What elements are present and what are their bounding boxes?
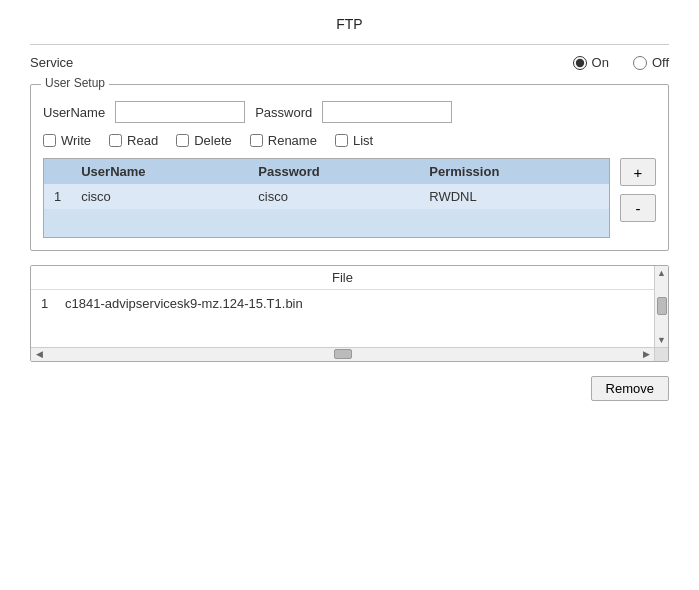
- file-vscroll[interactable]: ▲ ▼: [654, 266, 668, 347]
- password-input[interactable]: [322, 101, 452, 123]
- table-row-empty: [44, 209, 610, 237]
- username-label: UserName: [43, 105, 105, 120]
- file-header: File: [31, 266, 654, 290]
- service-on-option[interactable]: On: [573, 55, 609, 70]
- username-input[interactable]: [115, 101, 245, 123]
- bottom-row: Remove: [30, 376, 669, 401]
- scrollbar-corner: [654, 348, 668, 361]
- table-header-row: UserName Password Permission: [44, 159, 610, 185]
- rename-checkbox-option[interactable]: Rename: [250, 133, 317, 148]
- write-checkbox-option[interactable]: Write: [43, 133, 91, 148]
- service-off-radio[interactable]: [633, 56, 647, 70]
- rename-checkbox[interactable]: [250, 134, 263, 147]
- delete-label: Delete: [194, 133, 232, 148]
- col-username-header: UserName: [71, 159, 248, 185]
- row-num: 1: [44, 184, 72, 209]
- read-checkbox-option[interactable]: Read: [109, 133, 158, 148]
- page-title: FTP: [30, 16, 669, 32]
- checkbox-row: Write Read Delete Rename List: [43, 133, 656, 148]
- user-setup-legend: User Setup: [41, 76, 109, 90]
- col-permission-header: Permission: [419, 159, 609, 185]
- file-name: c1841-advipservicesk9-mz.124-15.T1.bin: [65, 296, 303, 311]
- file-content-wrap: File 1 c1841-advipservicesk9-mz.124-15.T…: [31, 266, 668, 347]
- remove-button[interactable]: Remove: [591, 376, 669, 401]
- file-content: File 1 c1841-advipservicesk9-mz.124-15.T…: [31, 266, 654, 347]
- table-and-buttons: UserName Password Permission 1 cisco cis…: [43, 158, 656, 238]
- file-hscroll-track[interactable]: ◀ ▶: [31, 348, 654, 361]
- file-num: 1: [41, 296, 55, 311]
- top-divider: [30, 44, 669, 45]
- file-inner: File 1 c1841-advipservicesk9-mz.124-15.T…: [31, 266, 668, 361]
- row-username: cisco: [71, 184, 248, 209]
- input-row: UserName Password: [43, 101, 656, 123]
- file-section: File 1 c1841-advipservicesk9-mz.124-15.T…: [30, 265, 669, 362]
- scroll-thumb-horizontal[interactable]: [334, 349, 352, 359]
- read-label: Read: [127, 133, 158, 148]
- user-setup-box: User Setup UserName Password Write Read …: [30, 84, 669, 251]
- scroll-right-arrow-icon[interactable]: ▶: [640, 348, 652, 360]
- delete-checkbox[interactable]: [176, 134, 189, 147]
- table-row[interactable]: 1 cisco cisco RWDNL: [44, 184, 610, 209]
- write-checkbox[interactable]: [43, 134, 56, 147]
- file-row: 1 c1841-advipservicesk9-mz.124-15.T1.bin: [41, 296, 644, 311]
- list-label: List: [353, 133, 373, 148]
- scroll-thumb-vertical[interactable]: [657, 297, 667, 315]
- add-user-button[interactable]: +: [620, 158, 656, 186]
- service-row: Service On Off: [30, 55, 669, 70]
- service-off-option[interactable]: Off: [633, 55, 669, 70]
- col-password-header: Password: [248, 159, 419, 185]
- service-on-radio[interactable]: [573, 56, 587, 70]
- scroll-up-arrow-icon[interactable]: ▲: [656, 267, 668, 279]
- service-label: Service: [30, 55, 73, 70]
- col-num-header: [44, 159, 72, 185]
- remove-user-button[interactable]: -: [620, 194, 656, 222]
- table-buttons: + -: [620, 158, 656, 222]
- read-checkbox[interactable]: [109, 134, 122, 147]
- service-off-label: Off: [652, 55, 669, 70]
- rename-label: Rename: [268, 133, 317, 148]
- scroll-left-arrow-icon[interactable]: ◀: [33, 348, 45, 360]
- main-page: FTP Service On Off User Setup UserName P…: [0, 0, 699, 590]
- service-radio-group: On Off: [573, 55, 669, 70]
- user-table: UserName Password Permission 1 cisco cis…: [43, 158, 610, 238]
- file-rows: 1 c1841-advipservicesk9-mz.124-15.T1.bin: [31, 290, 654, 347]
- delete-checkbox-option[interactable]: Delete: [176, 133, 232, 148]
- password-label: Password: [255, 105, 312, 120]
- service-on-label: On: [592, 55, 609, 70]
- write-label: Write: [61, 133, 91, 148]
- row-password: cisco: [248, 184, 419, 209]
- scroll-down-arrow-icon[interactable]: ▼: [656, 334, 668, 346]
- list-checkbox-option[interactable]: List: [335, 133, 373, 148]
- row-permission: RWDNL: [419, 184, 609, 209]
- list-checkbox[interactable]: [335, 134, 348, 147]
- file-bottom-scrollbar: ◀ ▶: [31, 347, 668, 361]
